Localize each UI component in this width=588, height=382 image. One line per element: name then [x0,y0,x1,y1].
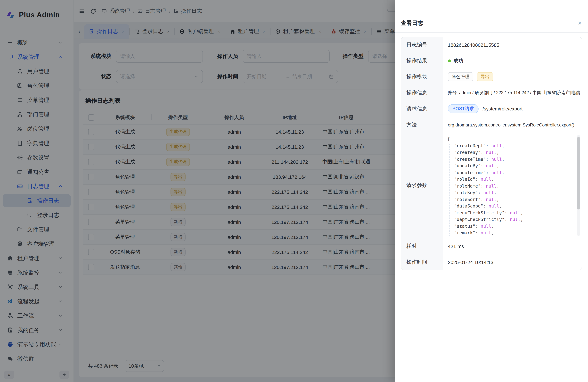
detail-label: 方法 [401,117,443,133]
detail-label: 日志编号 [401,37,443,53]
code-line: "updateTime": null, [447,169,575,176]
drawer-header: 查看日志 × [395,0,588,33]
code-line: "roleKey": null, [447,189,575,196]
module-tag: 导出 [477,72,493,81]
code-line: "menuCheckStrictly": null, [447,209,575,216]
code-scrollbar-thumb[interactable] [577,137,580,210]
detail-value-request: POST请求/system/role/export [443,101,582,117]
code-line: { [447,136,575,142]
code-line: "remark": null, [447,229,575,236]
indent-guide [449,144,450,235]
module-tag: 角色管理 [448,72,473,81]
code-line: "deptCheckStrictly": null, [447,216,575,223]
code-line: "createDept": null, [447,142,575,149]
detail-label: 操作结果 [401,53,443,69]
detail-row-耗时: 耗时421 ms [401,238,582,254]
status-text: 成功 [453,58,463,64]
code-line: "roleId": null, [447,176,575,183]
request-url: /system/role/export [483,106,523,111]
detail-label: 操作时间 [401,254,443,270]
post-method-tag: POST请求 [448,104,479,113]
code-line: "roleSort": null, [447,196,575,203]
detail-value: org.dromara.system.controller.system.Sys… [443,117,582,133]
log-detail-drawer: 查看日志 × 日志编号1882612840802115585操作结果成功操作模块… [395,0,588,382]
detail-value: 421 ms [443,238,582,254]
detail-row-操作结果: 操作结果成功 [401,53,582,69]
detail-row-操作时间: 操作时间2025-01-24 10:14:13 [401,254,582,270]
detail-label: 操作信息 [401,85,443,101]
log-detail-table: 日志编号1882612840802115585操作结果成功操作模块角色管理导出操… [401,37,582,270]
detail-row-操作模块: 操作模块角色管理导出 [401,69,582,85]
detail-label: 请求参数 [401,133,443,238]
code-line: "createBy": null, [447,149,575,156]
code-line: "createTime": null, [447,156,575,162]
detail-row-日志编号: 日志编号1882612840802115585 [401,37,582,53]
detail-label: 耗时 [401,238,443,254]
code-line: "status": null, [447,223,575,229]
code-line: "dataScope": null, [447,203,575,209]
detail-value-status: 成功 [443,53,582,69]
close-icon[interactable]: × [578,20,582,26]
app-root: Plus Admin 概览系统管理用户管理角色管理菜单管理部门管理岗位管理字典管… [0,0,588,382]
code-line: "updateBy": null, [447,162,575,169]
detail-label: 操作模块 [401,69,443,85]
detail-value: 2025-01-24 10:14:13 [443,254,582,270]
detail-label: 请求信息 [401,101,443,117]
detail-value: 账号: admin / 研发部门 / 222.175.114.242 / 中国|… [443,85,582,101]
detail-value: 1882612840802115585 [443,37,582,53]
detail-row-方法: 方法org.dromara.system.controller.system.S… [401,117,582,133]
detail-row-请求参数: 请求参数{"createDept": null,"createBy": null… [401,133,582,238]
code-line: "roleName": null, [447,183,575,189]
success-dot-icon [448,59,451,62]
json-code-block: {"createDept": null,"createBy": null,"cr… [447,136,575,236]
detail-row-请求信息: 请求信息POST请求/system/role/export [401,101,582,117]
drawer-title: 查看日志 [401,19,423,27]
detail-value-tags: 角色管理导出 [443,69,582,85]
request-params-code: {"createDept": null,"createBy": null,"cr… [443,133,582,238]
detail-row-操作信息: 操作信息账号: admin / 研发部门 / 222.175.114.242 /… [401,85,582,101]
